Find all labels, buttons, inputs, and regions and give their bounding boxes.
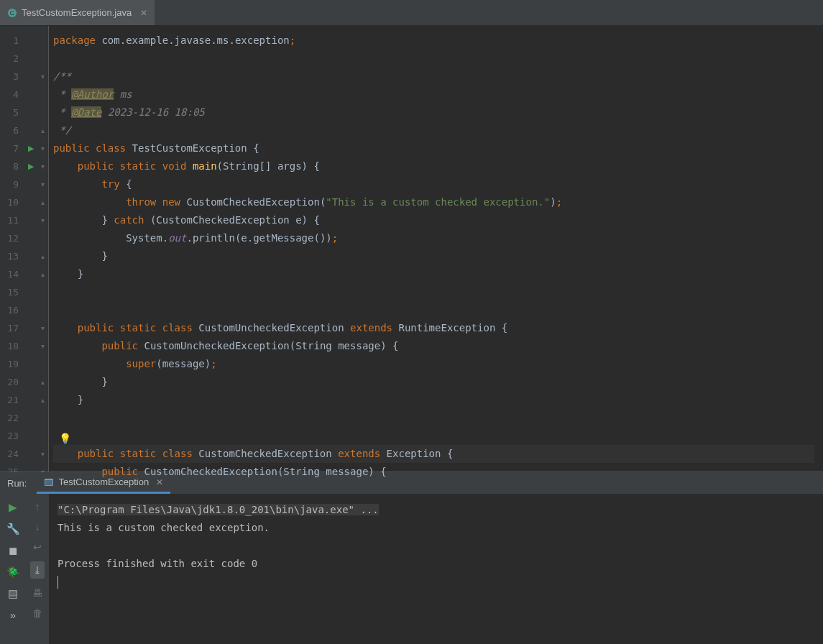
fold-slot: ▾ [37,337,48,355]
line-number[interactable]: 16 [0,301,24,319]
code-line[interactable]: * @Date 2023-12-16 18:05 [53,104,814,121]
line-number[interactable]: 24 [0,445,24,463]
line-number[interactable]: 1 [0,32,24,50]
code-line[interactable]: try { [53,175,814,193]
line-number[interactable]: 18 [0,337,24,355]
code-line[interactable]: public CustomUncheckedException(String m… [53,337,814,355]
line-number[interactable]: 11 [0,211,24,229]
line-number[interactable]: 12 [0,229,24,247]
code-line[interactable]: } catch (CustomCheckedException e) { [53,211,814,229]
line-number[interactable]: 14 [0,265,24,283]
console-output[interactable]: "C:\Program Files\Java\jdk1.8.0_201\bin\… [49,494,823,644]
svg-text:C: C [10,9,15,17]
fold-icon[interactable]: ▾ [41,162,45,170]
code-line[interactable] [53,427,814,445]
bulb-icon[interactable]: 💡 [59,430,71,448]
code-line[interactable] [53,50,814,68]
stop-icon[interactable]: ◼ [9,544,17,557]
run-gutter-icon[interactable]: ▶ [28,162,34,171]
fold-icon[interactable]: ▴ [41,270,45,278]
file-tab[interactable]: C TestCustomException.java ✕ [0,0,155,25]
code-area[interactable]: package com.example.javase.ms.exception;… [49,26,814,472]
gutter-slot [24,121,37,139]
line-number[interactable]: 4 [0,86,24,104]
print-icon[interactable]: 🖶 [32,587,42,599]
gutter-slot [24,247,37,265]
gutter-slot [24,373,37,391]
code-line[interactable]: throw new CustomCheckedException("This i… [53,193,814,211]
fold-slot [37,50,48,68]
fold-icon[interactable]: ▾ [41,144,45,152]
scroll-to-end-icon[interactable]: ⤓ [30,561,45,579]
tab-filename: TestCustomException.java [22,7,132,18]
code-line[interactable]: System.out.println(e.getMessage()); [53,229,814,247]
code-line[interactable]: super(message); [53,355,814,373]
code-line[interactable] [53,283,814,301]
code-line[interactable]: public static void main(String[] args) { [53,157,814,175]
fold-icon[interactable]: ▾ [41,450,45,458]
line-number[interactable]: 8 [0,157,24,175]
fold-icon[interactable]: ▴ [41,126,45,134]
up-arrow-icon[interactable]: ↑ [35,501,40,512]
fold-icon[interactable]: ▾ [41,324,45,332]
fold-icon[interactable]: ▾ [41,216,45,224]
line-number[interactable]: 5 [0,104,24,121]
line-number[interactable]: 9 [0,175,24,193]
code-line[interactable]: */ [53,121,814,139]
fold-icon[interactable]: ▴ [41,396,45,404]
code-line[interactable]: * @Author ms [53,86,814,104]
fold-icon[interactable]: ▾ [41,73,45,80]
code-line[interactable]: package com.example.javase.ms.exception; [53,32,814,50]
line-number[interactable]: 6 [0,121,24,139]
fold-icon[interactable]: ▴ [41,198,45,206]
wrench-icon[interactable]: 🔧 [6,523,20,535]
fold-icon[interactable]: ▾ [41,180,45,188]
line-number[interactable]: 22 [0,409,24,427]
line-number[interactable]: 7 [0,139,24,157]
line-number[interactable]: 17 [0,319,24,337]
rerun-icon[interactable]: ▶ [9,501,17,514]
fold-icon[interactable]: ▴ [41,252,45,260]
line-number[interactable]: 3 [0,68,24,86]
fold-slot: ▾ [37,139,48,157]
code-line[interactable]: } [53,247,814,265]
line-number[interactable]: 15 [0,283,24,301]
line-number[interactable]: 10 [0,193,24,211]
scrollbar[interactable] [814,26,823,472]
code-line[interactable]: } [53,265,814,283]
caret [58,576,58,589]
line-number[interactable]: 2 [0,50,24,68]
code-line[interactable]: /** [53,68,814,86]
fold-icon[interactable]: ▾ [41,342,45,350]
code-line[interactable] [53,301,814,319]
line-number[interactable]: 21 [0,391,24,409]
code-line[interactable] [53,409,814,427]
code-line[interactable]: public static class CustomCheckedExcepti… [53,445,814,463]
run-body: ▶ 🔧 ◼ 🪲 ▤ » ↑ ↓ ↩ ⤓ 🖶 🗑 "C:\Program File… [0,494,823,644]
console-line: This is a custom checked exception. [58,522,270,533]
run-gutter-icon[interactable]: ▶ [28,144,34,153]
fold-icon[interactable]: ▴ [41,378,45,386]
trash-icon[interactable]: 🗑 [32,607,42,619]
line-number[interactable]: 13 [0,247,24,265]
close-icon[interactable]: ✕ [140,8,147,18]
line-number[interactable]: 19 [0,355,24,373]
fold-slot [37,427,48,445]
code-line[interactable]: public CustomCheckedException(String mes… [53,463,814,481]
more-icon[interactable]: » [10,609,16,621]
line-number[interactable]: 20 [0,373,24,391]
code-line[interactable]: } [53,373,814,391]
debug-icon[interactable]: 🪲 [6,566,20,579]
line-number-gutter[interactable]: 1234567891011121314151617181920212223242… [0,26,24,472]
fold-slot [37,301,48,319]
line-number[interactable]: 23 [0,427,24,445]
code-line[interactable]: public static class CustomUncheckedExcep… [53,319,814,337]
code-line[interactable]: public class TestCustomException { [53,139,814,157]
gutter-slot [24,104,37,121]
code-line[interactable]: } [53,391,814,409]
gutter-slot [24,283,37,301]
layout-icon[interactable]: ▤ [8,587,18,600]
soft-wrap-icon[interactable]: ↩ [33,541,42,553]
down-arrow-icon[interactable]: ↓ [35,521,40,533]
gutter-slot [24,211,37,229]
